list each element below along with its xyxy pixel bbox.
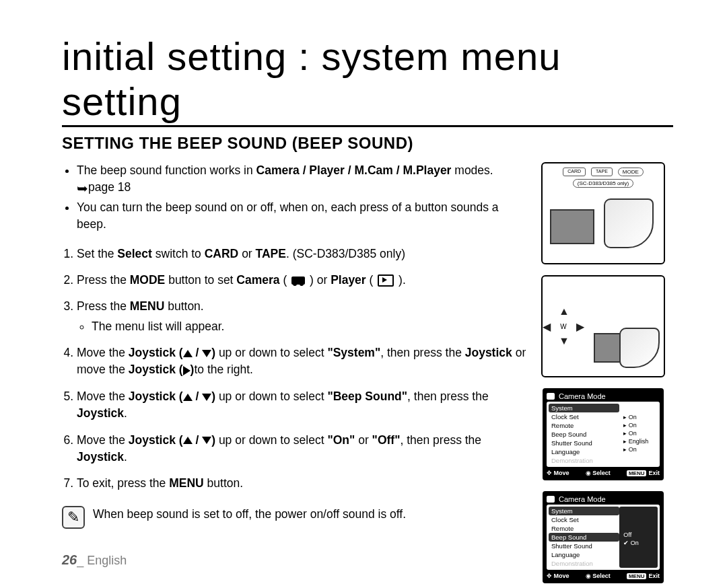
menu-value: ▸ On bbox=[622, 429, 658, 437]
menu-title: Camera Mode bbox=[559, 495, 606, 503]
intro-bullet-2: You can turn the beep sound on or off, w… bbox=[77, 199, 526, 233]
right-triangle-icon bbox=[183, 366, 191, 375]
menu-value: ▸ On bbox=[622, 421, 658, 429]
joystick-up-icon: ▲ bbox=[559, 305, 569, 318]
menu-value: ▸ On bbox=[622, 445, 658, 453]
menu-value: ▸ English bbox=[622, 437, 658, 445]
menu-item: Language bbox=[549, 550, 619, 559]
menu-item-dimmed: Demonstration bbox=[549, 559, 619, 568]
up-triangle-icon bbox=[183, 394, 193, 401]
camera-mode-icon bbox=[547, 393, 555, 400]
camera-screen-illust bbox=[550, 209, 594, 244]
menu-item-system: System bbox=[549, 404, 619, 412]
hint-select: ◉ Select bbox=[586, 573, 611, 579]
step-7: To exit, press the MENU button. bbox=[77, 475, 526, 492]
figure-camera-top: CARD TAPE MODE (SC-D383/D385 only) bbox=[541, 162, 665, 264]
option-off: Off bbox=[622, 531, 658, 539]
joystick-down-icon: ▼ bbox=[559, 335, 569, 347]
camera-icon bbox=[291, 277, 305, 285]
tip-note: ✎ When beep sound is set to off, the pow… bbox=[62, 506, 526, 529]
hint-select: ◉ Select bbox=[586, 470, 611, 476]
label-card: CARD bbox=[563, 168, 586, 176]
camera-mode-icon bbox=[547, 496, 555, 503]
menu-item: Clock Set bbox=[549, 515, 619, 524]
intro-bullet-1: The beep sound function works in Camera … bbox=[77, 162, 526, 196]
menu-title: Camera Mode bbox=[559, 392, 606, 400]
label-tape: TAPE bbox=[591, 168, 613, 176]
figure-column: CARD TAPE MODE (SC-D383/D385 only) ▲ ▼ ◀… bbox=[533, 162, 673, 583]
step-1: Set the Select switch to CARD or TAPE. (… bbox=[77, 246, 526, 262]
intro-bullets: The beep sound function works in Camera … bbox=[62, 162, 526, 233]
menu-item: Shutter Sound bbox=[549, 439, 619, 447]
label-mode: MODE bbox=[618, 168, 644, 176]
section-heading: SETTING THE BEEP SOUND (BEEP SOUND) bbox=[62, 134, 673, 153]
down-triangle-icon bbox=[202, 350, 211, 357]
up-triangle-icon bbox=[183, 350, 193, 357]
hint-move: ✥ Move bbox=[547, 470, 569, 476]
player-icon bbox=[378, 274, 394, 287]
content-column: The beep sound function works in Camera … bbox=[62, 162, 526, 529]
menu-item: Remote bbox=[549, 421, 619, 430]
hint-move: ✥ Move bbox=[547, 573, 569, 579]
joystick-w-label: W bbox=[560, 323, 566, 330]
option-on-checked: On bbox=[622, 539, 658, 547]
menu-item-dimmed: Demonstration bbox=[549, 456, 619, 465]
step-5: Move the Joystick ( / ) up or down to se… bbox=[77, 388, 526, 422]
step-2: Press the MODE button to set Camera ( ) … bbox=[77, 272, 526, 289]
osd-menu-beep: Camera Mode System Clock Set Remote Beep… bbox=[543, 491, 664, 583]
menu-item: Remote bbox=[549, 524, 619, 533]
menu-item: Shutter Sound bbox=[549, 542, 619, 550]
page-ref-icon: ➥ bbox=[77, 185, 88, 192]
step-3: Press the MENU button. The menu list wil… bbox=[77, 298, 526, 335]
osd-menu-system: Camera Mode System Clock Set Remote Beep… bbox=[543, 388, 664, 480]
menu-item: Language bbox=[549, 447, 619, 456]
menu-value: ▸ On bbox=[622, 413, 658, 421]
menu-item-system: System bbox=[549, 507, 619, 515]
menu-item: Beep Sound bbox=[549, 430, 619, 439]
tip-text: When beep sound is set to off, the power… bbox=[93, 506, 406, 523]
menu-item: Clock Set bbox=[549, 412, 619, 421]
page-footer: 26_ English bbox=[62, 552, 127, 568]
down-triangle-icon bbox=[202, 394, 211, 401]
step-3-sub: The menu list will appear. bbox=[92, 318, 526, 335]
step-4: Move the Joystick ( / ) up or down to se… bbox=[77, 344, 526, 379]
step-6: Move the Joystick ( / ) up or down to se… bbox=[77, 432, 526, 466]
joystick-diagram: ▲ ▼ ◀ ▶ W bbox=[547, 309, 580, 343]
hint-exit: MENUExit bbox=[627, 470, 660, 476]
hint-exit: MENUExit bbox=[627, 573, 660, 579]
up-triangle-icon bbox=[183, 437, 193, 444]
page-title: initial setting : system menu setting bbox=[62, 34, 673, 127]
camera-body-illust bbox=[619, 328, 660, 368]
note-icon: ✎ bbox=[62, 506, 85, 529]
menu-item-highlighted: Beep Sound bbox=[549, 533, 619, 542]
model-restriction: (SC-D383/D385 only) bbox=[573, 179, 633, 188]
joystick-right-icon: ▶ bbox=[576, 320, 584, 333]
camera-body-illust bbox=[604, 198, 654, 248]
down-triangle-icon bbox=[202, 437, 211, 444]
joystick-left-icon: ◀ bbox=[543, 320, 551, 333]
figure-joystick: ▲ ▼ ◀ ▶ W bbox=[541, 275, 665, 377]
steps-list: Set the Select switch to CARD or TAPE. (… bbox=[62, 246, 526, 492]
